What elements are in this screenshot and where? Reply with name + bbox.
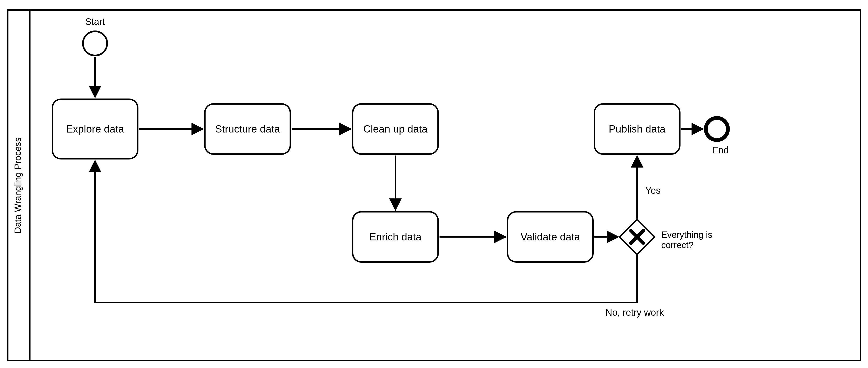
bpmn-diagram: Data Wrangling Process Start End Explore… (0, 0, 868, 368)
edge-gateway-no-explore (95, 161, 637, 303)
gateway-exclusive (620, 219, 655, 255)
edges (0, 0, 868, 368)
